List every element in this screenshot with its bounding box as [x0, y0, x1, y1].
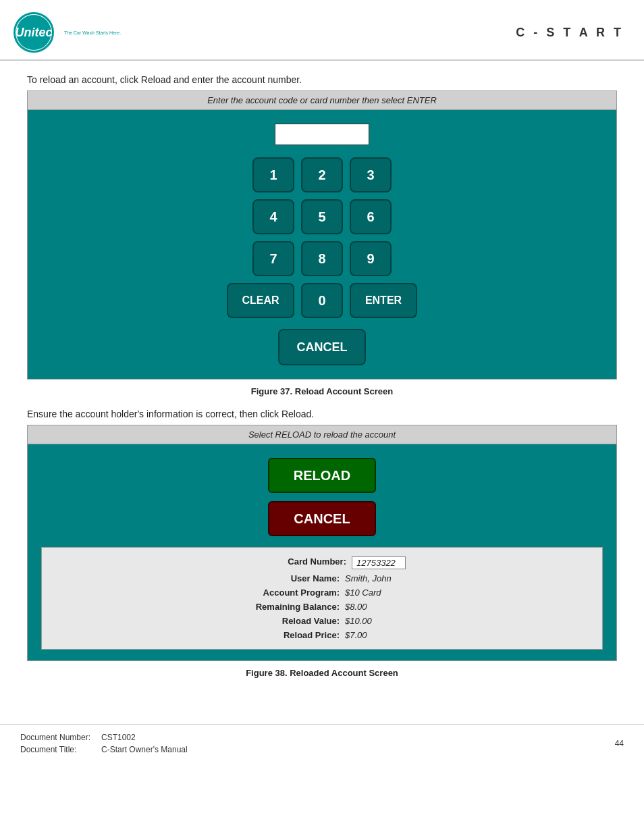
page-title: C - S T A R T — [516, 26, 624, 40]
doc-number-value: CST1002 — [101, 733, 136, 742]
user-name-value: Smith, John — [345, 573, 412, 583]
logo-tagline: The Car Wash Starts Here. — [64, 30, 121, 35]
info-row-user: User Name: Smith, John — [55, 571, 589, 585]
keypad-row-1: 1 2 3 — [252, 157, 392, 192]
reload-price-label: Reload Price: — [232, 630, 340, 640]
clear-button[interactable]: CLEAR — [227, 283, 294, 318]
main-content: To reload an account, click Reload and e… — [0, 61, 644, 704]
logo-inner: Unitec — [16, 15, 51, 50]
enter-button[interactable]: ENTER — [350, 283, 417, 318]
account-program-label: Account Program: — [232, 588, 340, 598]
screen2-header: Select RELOAD to reload the account — [28, 425, 616, 444]
reload-value-label: Reload Value: — [232, 616, 340, 626]
logo-circle: Unitec — [14, 12, 54, 53]
key-4[interactable]: 4 — [252, 199, 294, 234]
reload-price-value: $7.00 — [345, 630, 412, 640]
account-info-panel: Card Number: 12753322 User Name: Smith, … — [41, 547, 603, 650]
info-row-program: Account Program: $10 Card — [55, 585, 589, 600]
figure38-caption: Figure 38. Reloaded Account Screen — [27, 668, 617, 678]
section2-intro: Ensure the account holder's information … — [27, 409, 617, 419]
info-row-balance: Remaining Balance: $8.00 — [55, 600, 589, 614]
section1-intro: To reload an account, click Reload and e… — [27, 74, 617, 85]
key-6[interactable]: 6 — [350, 199, 392, 234]
logo-area: Unitec The Car Wash Starts Here. — [14, 12, 121, 53]
info-row-card: Card Number: 12753322 — [55, 554, 589, 571]
account-program-value: $10 Card — [345, 588, 412, 598]
account-input[interactable] — [275, 124, 369, 145]
remaining-balance-label: Remaining Balance: — [232, 602, 340, 612]
info-row-reload-value: Reload Value: $10.00 — [55, 614, 589, 628]
card-number-label: Card Number: — [238, 556, 346, 569]
screen1-body: 1 2 3 4 5 6 7 8 9 CLEAR — [28, 110, 616, 379]
cancel-button-2[interactable]: CANCEL — [268, 501, 376, 536]
doc-number-label: Document Number: — [20, 733, 95, 742]
user-name-label: User Name: — [232, 573, 340, 583]
key-2[interactable]: 2 — [301, 157, 343, 192]
key-5[interactable]: 5 — [301, 199, 343, 234]
doc-number-row: Document Number: CST1002 — [20, 733, 188, 742]
remaining-balance-value: $8.00 — [345, 602, 412, 612]
keypad-row-4: CLEAR 0 ENTER — [227, 283, 417, 318]
doc-title-value: C-Start Owner's Manual — [101, 745, 188, 754]
page-footer: Document Number: CST1002 Document Title:… — [0, 724, 644, 762]
info-row-reload-price: Reload Price: $7.00 — [55, 628, 589, 642]
key-9[interactable]: 9 — [350, 241, 392, 276]
reload-value-value: $10.00 — [345, 616, 412, 626]
key-3[interactable]: 3 — [350, 157, 392, 192]
doc-title-row: Document Title: C-Start Owner's Manual — [20, 745, 188, 754]
page-number: 44 — [615, 739, 624, 748]
reload-button[interactable]: RELOAD — [268, 458, 376, 493]
key-1[interactable]: 1 — [252, 157, 294, 192]
key-0[interactable]: 0 — [301, 283, 343, 318]
keypad-grid: 1 2 3 4 5 6 7 8 9 CLEAR — [227, 157, 417, 365]
figure37-caption: Figure 37. Reload Account Screen — [27, 386, 617, 396]
keypad-row-3: 7 8 9 — [252, 241, 392, 276]
footer-left: Document Number: CST1002 Document Title:… — [20, 733, 188, 754]
reload-account-screen: Enter the account code or card number th… — [27, 90, 617, 380]
screen2-body: RELOAD CANCEL Card Number: 12753322 User… — [28, 444, 616, 660]
logo-text: Unitec — [16, 26, 53, 38]
reloaded-account-screen: Select RELOAD to reload the account RELO… — [27, 425, 617, 661]
page-header: Unitec The Car Wash Starts Here. C - S T… — [0, 0, 644, 61]
screen1-header: Enter the account code or card number th… — [28, 91, 616, 110]
key-8[interactable]: 8 — [301, 241, 343, 276]
doc-title-label: Document Title: — [20, 745, 95, 754]
key-7[interactable]: 7 — [252, 241, 294, 276]
keypad-row-cancel: CANCEL — [278, 325, 366, 365]
keypad-row-2: 4 5 6 — [252, 199, 392, 234]
cancel-button-1[interactable]: CANCEL — [278, 329, 366, 365]
card-number-value: 12753322 — [352, 556, 406, 569]
